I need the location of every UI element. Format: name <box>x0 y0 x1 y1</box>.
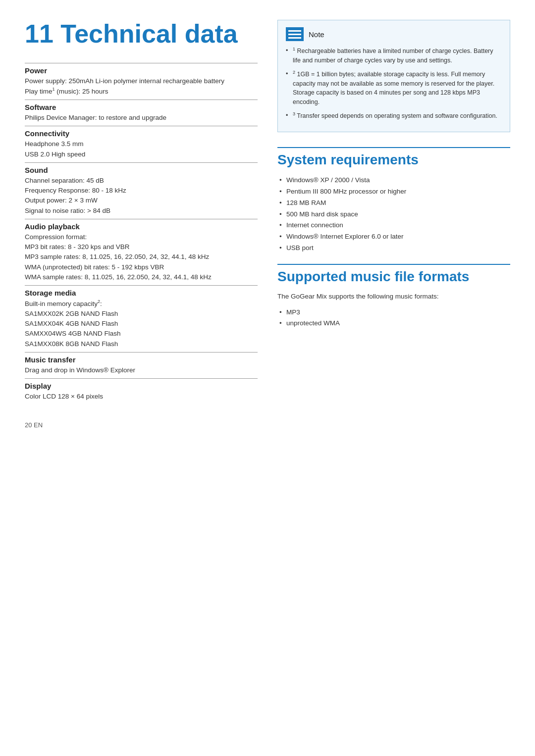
formats-list-item: unprotected WMA <box>277 318 510 329</box>
section-line: Built-in memory capacity2: <box>25 299 258 309</box>
section-line: WMA sample rates: 8, 11.025, 16, 22.050,… <box>25 272 258 282</box>
section-line: USB 2.0 High speed <box>25 150 258 159</box>
section-content-power: Power supply: 250mAh Li-ion polymer inte… <box>25 76 258 97</box>
section-title-sound: Sound <box>25 166 258 174</box>
note-icon-line-2 <box>288 34 301 35</box>
section-music_transfer: Music transferDrag and drop in Windows® … <box>25 352 258 375</box>
section-line: Play time1 (music): 25 hours <box>25 86 258 97</box>
section-line: Output power: 2 × 3 mW <box>25 196 258 205</box>
section-line: MP3 sample rates: 8, 11.025, 16, 22.050,… <box>25 252 258 262</box>
sysreq-list-item: 500 MB hard disk space <box>277 209 510 220</box>
section-content-sound: Channel separation: 45 dBFrequency Respo… <box>25 176 258 216</box>
system-requirements-title: System requirements <box>277 147 510 168</box>
note-icon-line-3 <box>288 37 301 39</box>
section-line: Drag and drop in Windows® Explorer <box>25 365 258 375</box>
section-content-software: Philips Device Manager: to restore and u… <box>25 113 258 123</box>
page-title: 11 Technical data <box>25 20 258 48</box>
sections-container: PowerPower supply: 250mAh Li-ion polymer… <box>25 63 258 402</box>
section-storage_media: Storage mediaBuilt-in memory capacity2:S… <box>25 285 258 349</box>
note-box: Note 1 Rechargeable batteries have a lim… <box>277 20 510 132</box>
section-title-music_transfer: Music transfer <box>25 355 258 364</box>
section-content-storage_media: Built-in memory capacity2:SA1MXX02K 2GB … <box>25 299 258 349</box>
supported-formats-description: The GoGear Mix supports the following mu… <box>277 292 510 302</box>
section-power: PowerPower supply: 250mAh Li-ion polymer… <box>25 63 258 97</box>
section-content-music_transfer: Drag and drop in Windows® Explorer <box>25 365 258 375</box>
section-connectivity: ConnectivityHeadphone 3.5 mmUSB 2.0 High… <box>25 126 258 159</box>
note-title: Note <box>309 30 324 39</box>
section-title-software: Software <box>25 103 258 111</box>
section-title-power: Power <box>25 66 258 75</box>
supported-formats-title: Supported music file formats <box>277 264 510 285</box>
section-line: Power supply: 250mAh Li-ion polymer inte… <box>25 76 258 86</box>
section-line: Frequency Response: 80 - 18 kHz <box>25 186 258 196</box>
sysreq-list-item: USB port <box>277 243 510 254</box>
section-line: Channel separation: 45 dB <box>25 176 258 186</box>
section-content-connectivity: Headphone 3.5 mmUSB 2.0 High speed <box>25 139 258 159</box>
section-line: WMA (unprotected) bit rates: 5 - 192 kbp… <box>25 262 258 272</box>
sysreq-list-item: Pentium III 800 MHz processor or higher <box>277 186 510 198</box>
section-line: SA1MXX02K 2GB NAND Flash <box>25 309 258 319</box>
section-content-display: Color LCD 128 × 64 pixels <box>25 392 258 402</box>
section-line: SA1MXX08K 8GB NAND Flash <box>25 339 258 349</box>
section-line: SA1MXX04K 4GB NAND Flash <box>25 319 258 329</box>
section-line: Signal to noise ratio: > 84 dB <box>25 206 258 216</box>
section-line: Philips Device Manager: to restore and u… <box>25 113 258 123</box>
sysreq-list-item: Internet connection <box>277 220 510 231</box>
note-list-item: 2 1GB = 1 billion bytes; available stora… <box>286 69 502 107</box>
section-line: Headphone 3.5 mm <box>25 139 258 149</box>
section-display: DisplayColor LCD 128 × 64 pixels <box>25 378 258 402</box>
section-content-audio_playback: Compression format:MP3 bit rates: 8 - 32… <box>25 232 258 282</box>
supported-formats-section: Supported music file formats The GoGear … <box>277 264 510 329</box>
section-title-storage_media: Storage media <box>25 289 258 297</box>
section-line: Color LCD 128 × 64 pixels <box>25 392 258 402</box>
section-sound: SoundChannel separation: 45 dBFrequency … <box>25 162 258 216</box>
note-list: 1 Rechargeable batteries have a limited … <box>286 46 502 121</box>
section-title-audio_playback: Audio playback <box>25 222 258 231</box>
right-column: Note 1 Rechargeable batteries have a lim… <box>277 20 510 429</box>
section-line: SAMXX04WS 4GB NAND Flash <box>25 329 258 339</box>
section-title-connectivity: Connectivity <box>25 129 258 138</box>
page-footer: 20 EN <box>25 421 258 429</box>
section-audio_playback: Audio playbackCompression format:MP3 bit… <box>25 219 258 282</box>
note-icon <box>286 27 304 41</box>
sysreq-list-item: 128 MB RAM <box>277 198 510 209</box>
section-software: SoftwarePhilips Device Manager: to resto… <box>25 100 258 123</box>
section-line: Compression format: <box>25 232 258 242</box>
note-header: Note <box>286 27 502 41</box>
system-requirements-section: System requirements Windows® XP / 2000 /… <box>277 147 510 254</box>
note-list-item: 1 Rechargeable batteries have a limited … <box>286 46 502 65</box>
note-icon-line-1 <box>288 30 301 32</box>
supported-formats-list: MP3unprotected WMA <box>277 307 510 330</box>
section-title-display: Display <box>25 382 258 390</box>
section-line: MP3 bit rates: 8 - 320 kps and VBR <box>25 242 258 252</box>
formats-list-item: MP3 <box>277 307 510 318</box>
note-list-item: 3 Transfer speed depends on operating sy… <box>286 111 502 121</box>
sysreq-list-item: Windows® Internet Explorer 6.0 or later <box>277 231 510 243</box>
system-requirements-list: Windows® XP / 2000 / VistaPentium III 80… <box>277 175 510 254</box>
sysreq-list-item: Windows® XP / 2000 / Vista <box>277 175 510 186</box>
left-column: 11 Technical data PowerPower supply: 250… <box>25 20 258 429</box>
